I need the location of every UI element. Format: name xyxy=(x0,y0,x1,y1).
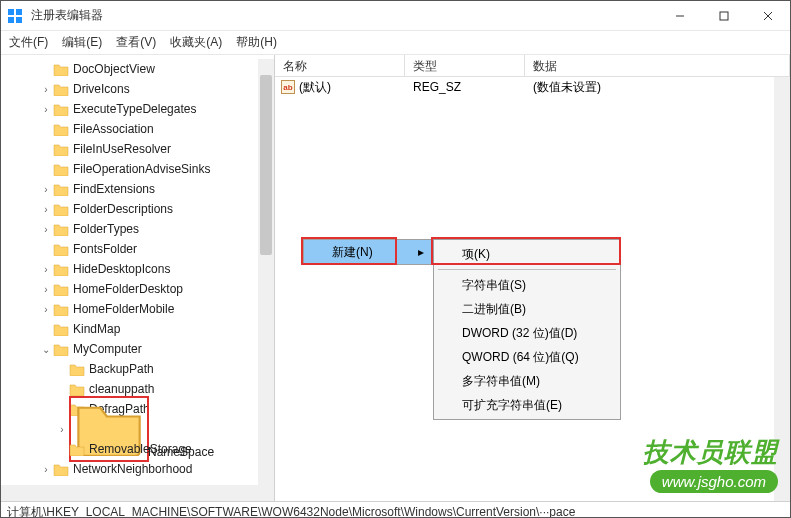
folder-icon xyxy=(69,363,85,376)
context-submenu: 项(K) 字符串值(S) 二进制值(B) DWORD (32 位)值(D) QW… xyxy=(433,239,621,420)
svg-rect-3 xyxy=(16,17,22,23)
tree-item[interactable]: ›FolderDescriptions xyxy=(1,199,258,219)
folder-icon xyxy=(69,383,85,396)
expander-icon[interactable]: › xyxy=(57,424,67,435)
tree-label: FolderTypes xyxy=(73,222,139,236)
tree-item[interactable]: FileOperationAdviseSinks xyxy=(1,159,258,179)
menu-new[interactable]: 新建(N) ▸ xyxy=(304,240,432,264)
expander-icon[interactable]: › xyxy=(41,304,51,315)
watermark-url: www.jsgho.com xyxy=(650,470,778,493)
minimize-button[interactable] xyxy=(658,1,702,31)
value-data: (数值未设置) xyxy=(525,79,790,96)
col-header-type[interactable]: 类型 xyxy=(405,55,525,76)
tree-scrollbar-vertical[interactable] xyxy=(258,59,274,501)
folder-icon xyxy=(53,83,69,96)
expander-icon[interactable]: › xyxy=(41,104,51,115)
tree-label: FontsFolder xyxy=(73,242,137,256)
menu-favorites[interactable]: 收藏夹(A) xyxy=(170,34,222,51)
menu-dword[interactable]: DWORD (32 位)值(D) xyxy=(434,321,620,345)
svg-rect-0 xyxy=(8,9,14,15)
expander-icon[interactable]: ⌄ xyxy=(41,344,51,355)
menu-file[interactable]: 文件(F) xyxy=(9,34,48,51)
expander-icon[interactable]: › xyxy=(41,284,51,295)
menu-qword[interactable]: QWORD (64 位)值(Q) xyxy=(434,345,620,369)
close-button[interactable] xyxy=(746,1,790,31)
folder-icon xyxy=(53,243,69,256)
menubar: 文件(F) 编辑(E) 查看(V) 收藏夹(A) 帮助(H) xyxy=(1,31,790,55)
expander-icon[interactable]: › xyxy=(41,224,51,235)
menu-multi[interactable]: 多字符串值(M) xyxy=(434,369,620,393)
tree-label: HomeFolderDesktop xyxy=(73,282,183,296)
tree-item[interactable]: ›NameSpace xyxy=(1,419,258,439)
list-header: 名称 类型 数据 xyxy=(275,55,790,77)
expander-icon[interactable]: › xyxy=(41,264,51,275)
maximize-button[interactable] xyxy=(702,1,746,31)
tree-item[interactable]: FontsFolder xyxy=(1,239,258,259)
tree-scrollbar-horizontal[interactable] xyxy=(1,485,258,501)
svg-rect-5 xyxy=(720,12,728,20)
tree-item[interactable]: ›NetworkNeighborhood xyxy=(1,459,258,479)
folder-icon xyxy=(53,63,69,76)
expander-icon[interactable]: › xyxy=(41,184,51,195)
folder-icon xyxy=(53,463,69,476)
tree-item[interactable]: BackupPath xyxy=(1,359,258,379)
folder-icon xyxy=(53,283,69,296)
titlebar: 注册表编辑器 xyxy=(1,1,790,31)
menu-view[interactable]: 查看(V) xyxy=(116,34,156,51)
submenu-arrow-icon: ▸ xyxy=(418,245,424,259)
tree-item[interactable]: ›HomeFolderDesktop xyxy=(1,279,258,299)
tree-item[interactable]: ›FindExtensions xyxy=(1,179,258,199)
svg-rect-2 xyxy=(8,17,14,23)
tree-label: MyComputer xyxy=(73,342,142,356)
folder-icon xyxy=(53,163,69,176)
value-name: (默认) xyxy=(299,79,331,96)
col-header-data[interactable]: 数据 xyxy=(525,55,790,76)
tree-label: KindMap xyxy=(73,322,120,336)
context-menu: 新建(N) ▸ xyxy=(303,239,433,265)
tree-item[interactable]: ›HideDesktopIcons xyxy=(1,259,258,279)
folder-icon xyxy=(53,183,69,196)
menu-binary[interactable]: 二进制值(B) xyxy=(434,297,620,321)
watermark: 技术员联盟 www.jsgho.com xyxy=(643,435,778,493)
tree-label: FileAssociation xyxy=(73,122,154,136)
menu-help[interactable]: 帮助(H) xyxy=(236,34,277,51)
tree-label: ExecuteTypeDelegates xyxy=(73,102,196,116)
expander-icon[interactable]: › xyxy=(41,464,51,475)
menu-string[interactable]: 字符串值(S) xyxy=(434,273,620,297)
tree-item[interactable]: ›ExecuteTypeDelegates xyxy=(1,99,258,119)
menu-expand[interactable]: 可扩充字符串值(E) xyxy=(434,393,620,417)
tree-label: FileInUseResolver xyxy=(73,142,171,156)
tree-item[interactable]: DocObjectView xyxy=(1,59,258,79)
folder-icon xyxy=(53,203,69,216)
tree-label: FolderDescriptions xyxy=(73,202,173,216)
folder-icon xyxy=(53,103,69,116)
col-header-name[interactable]: 名称 xyxy=(275,55,405,76)
folder-icon xyxy=(69,443,85,456)
menu-new-label: 新建(N) xyxy=(332,244,373,261)
tree-label: cleanuppath xyxy=(89,382,154,396)
tree-item[interactable]: ›FolderTypes xyxy=(1,219,258,239)
list-row[interactable]: ab(默认)REG_SZ(数值未设置) xyxy=(275,77,790,97)
folder-icon xyxy=(53,323,69,336)
folder-icon xyxy=(53,263,69,276)
expander-icon[interactable]: › xyxy=(41,204,51,215)
menu-separator xyxy=(438,269,616,270)
svg-rect-1 xyxy=(16,9,22,15)
tree-panel: DocObjectView›DriveIcons›ExecuteTypeDele… xyxy=(1,55,275,501)
menu-key[interactable]: 项(K) xyxy=(434,242,620,266)
menu-edit[interactable]: 编辑(E) xyxy=(62,34,102,51)
app-icon xyxy=(7,8,23,24)
tree-item[interactable]: KindMap xyxy=(1,319,258,339)
tree-item[interactable]: ›HomeFolderMobile xyxy=(1,299,258,319)
expander-icon[interactable]: › xyxy=(41,84,51,95)
folder-icon xyxy=(53,303,69,316)
tree-item[interactable]: ⌄MyComputer xyxy=(1,339,258,359)
folder-icon xyxy=(53,143,69,156)
tree-item[interactable]: FileAssociation xyxy=(1,119,258,139)
tree-label: DriveIcons xyxy=(73,82,130,96)
status-bar: 计算机\HKEY_LOCAL_MACHINE\SOFTWARE\WOW6432N… xyxy=(1,501,790,518)
tree-label: RemovableStorage xyxy=(89,442,192,456)
tree-item[interactable]: FileInUseResolver xyxy=(1,139,258,159)
folder-icon xyxy=(53,123,69,136)
tree-item[interactable]: ›DriveIcons xyxy=(1,79,258,99)
